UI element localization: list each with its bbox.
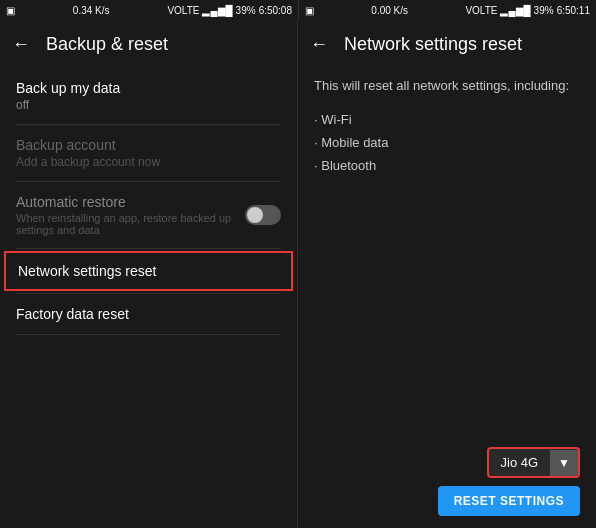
mobile-data-label: · Mobile data bbox=[314, 131, 580, 154]
backup-data-subtitle: off bbox=[16, 98, 281, 112]
reset-settings-button[interactable]: RESET SETTINGS bbox=[438, 486, 580, 516]
sim-value: Jio 4G bbox=[489, 449, 551, 476]
right-signal: ▂▄▆█ bbox=[500, 5, 530, 16]
backup-data-item[interactable]: Back up my data off bbox=[0, 68, 297, 124]
right-speed: 0.00 K/s bbox=[371, 5, 408, 16]
right-title: Network settings reset bbox=[344, 34, 522, 55]
right-volte: VOLTE bbox=[465, 5, 497, 16]
right-panel: ← Network settings reset This will reset… bbox=[298, 0, 596, 528]
factory-reset-title: Factory data reset bbox=[16, 306, 281, 322]
network-reset-item[interactable]: Network settings reset bbox=[4, 251, 293, 291]
factory-reset-item[interactable]: Factory data reset bbox=[0, 294, 297, 334]
left-battery-pct: 39% bbox=[236, 5, 256, 16]
backup-data-title: Back up my data bbox=[16, 80, 281, 96]
right-status-bar: ▣ 0.00 K/s VOLTE ▂▄▆█ 39% 6:50:11 bbox=[298, 0, 596, 20]
left-status-bar: ▣ 0.34 K/s VOLTE ▂▄▆█ 39% 6:50:08 bbox=[0, 0, 298, 20]
wifi-label: · Wi-Fi bbox=[314, 108, 580, 131]
right-battery-pct: 39% bbox=[534, 5, 554, 16]
right-content: This will reset all network settings, in… bbox=[298, 68, 596, 435]
auto-restore-subtitle: When reinstalling an app, restore backed… bbox=[16, 212, 245, 236]
right-back-button[interactable]: ← bbox=[310, 34, 328, 55]
backup-account-item[interactable]: Backup account Add a backup account now bbox=[0, 125, 297, 181]
toggle-knob bbox=[247, 207, 263, 223]
left-top-bar: ← Backup & reset bbox=[0, 20, 297, 68]
left-volte: VOLTE bbox=[167, 5, 199, 16]
wifi-item: · Wi-Fi · Mobile data · Bluetooth bbox=[314, 108, 580, 178]
left-title: Backup & reset bbox=[46, 34, 168, 55]
bluetooth-label: · Bluetooth bbox=[314, 154, 580, 177]
backup-account-subtitle: Add a backup account now bbox=[16, 155, 281, 169]
right-bottom-actions: Jio 4G ▼ RESET SETTINGS bbox=[298, 435, 596, 528]
left-time: 6:50:08 bbox=[259, 5, 292, 16]
backup-account-title: Backup account bbox=[16, 137, 281, 153]
network-reset-title: Network settings reset bbox=[18, 263, 279, 279]
left-signal: ▂▄▆█ bbox=[202, 5, 232, 16]
left-panel: ← Backup & reset Back up my data off Bac… bbox=[0, 0, 298, 528]
divider-3 bbox=[16, 248, 281, 249]
dropdown-arrow-icon[interactable]: ▼ bbox=[550, 450, 578, 476]
auto-restore-toggle[interactable] bbox=[245, 205, 281, 225]
reset-description: This will reset all network settings, in… bbox=[314, 76, 580, 96]
settings-list: Back up my data off Backup account Add a… bbox=[0, 68, 297, 528]
left-speed: 0.34 K/s bbox=[73, 5, 110, 16]
right-top-bar: ← Network settings reset bbox=[298, 20, 596, 68]
auto-restore-item[interactable]: Automatic restore When reinstalling an a… bbox=[0, 182, 297, 248]
right-time: 6:50:11 bbox=[557, 5, 590, 16]
right-notification-icon: ▣ bbox=[305, 5, 314, 16]
auto-restore-text: Automatic restore When reinstalling an a… bbox=[16, 194, 245, 236]
left-back-button[interactable]: ← bbox=[12, 34, 30, 55]
auto-restore-title: Automatic restore bbox=[16, 194, 245, 210]
divider-5 bbox=[16, 334, 281, 335]
left-notification-icon: ▣ bbox=[6, 5, 15, 16]
sim-dropdown[interactable]: Jio 4G ▼ bbox=[487, 447, 580, 478]
